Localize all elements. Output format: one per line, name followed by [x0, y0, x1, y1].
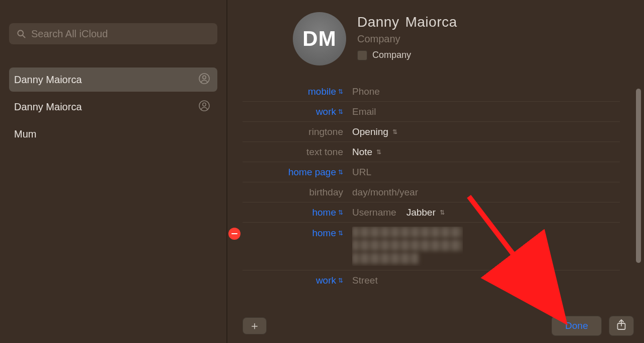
phone-input[interactable]: Phone: [348, 86, 620, 97]
row-homepage: home page⇅ URL: [243, 162, 620, 182]
birthday-input[interactable]: day/month/year: [348, 187, 620, 198]
updown-icon: ⇅: [338, 278, 343, 284]
contact-name: Mum: [14, 128, 36, 140]
birthday-label: birthday: [243, 187, 348, 198]
row-address-home: home⇅: [243, 223, 620, 270]
bottom-toolbar: ＋ Done: [243, 316, 634, 336]
search-input[interactable]: [31, 28, 210, 40]
contact-list-item[interactable]: Danny Maiorca: [9, 95, 217, 119]
row-ringtone: ringtone Opening⇅: [243, 122, 620, 142]
row-email: work⇅ Email: [243, 102, 620, 122]
company-field[interactable]: Company: [357, 33, 457, 45]
texttone-label: text tone: [243, 147, 348, 158]
social-type-select[interactable]: home⇅: [243, 207, 348, 218]
company-checkbox[interactable]: [357, 50, 367, 60]
contact-detail: DM DannyMaiorca Company Company mobile⇅ …: [227, 0, 644, 343]
ringtone-label: ringtone: [243, 126, 348, 138]
address-type-select[interactable]: home⇅: [243, 227, 348, 239]
row-social: home⇅ Username Jabber⇅: [243, 202, 620, 223]
svg-point-3: [203, 76, 206, 79]
updown-icon: ⇅: [392, 129, 397, 135]
service-select[interactable]: Jabber: [407, 207, 436, 218]
company-checkbox-label: Company: [372, 50, 411, 60]
updown-icon: ⇅: [338, 210, 343, 216]
share-button[interactable]: [609, 316, 634, 336]
row-address-work: work⇅ Street: [243, 270, 620, 291]
redacted-address: [352, 227, 463, 266]
add-field-button[interactable]: ＋: [243, 317, 267, 334]
scrollbar[interactable]: [636, 89, 641, 263]
first-name-field[interactable]: Danny: [357, 14, 399, 30]
remove-row-button[interactable]: [228, 228, 240, 240]
texttone-select[interactable]: Note⇅: [348, 147, 620, 158]
ringtone-select[interactable]: Opening⇅: [348, 126, 620, 138]
updown-icon: ⇅: [338, 230, 343, 236]
contact-list-item[interactable]: Danny Maiorca: [9, 67, 217, 92]
email-type-select[interactable]: work⇅: [243, 106, 348, 117]
fields-table: mobile⇅ Phone work⇅ Email ringtone Openi…: [243, 82, 620, 291]
contact-header: DM DannyMaiorca Company Company: [227, 0, 644, 65]
last-name-field[interactable]: Maiorca: [405, 14, 457, 30]
contact-name: Danny Maiorca: [14, 74, 82, 86]
username-input[interactable]: Username: [352, 207, 396, 218]
search-field[interactable]: [9, 23, 217, 44]
updown-icon: ⇅: [338, 109, 343, 115]
row-phone: mobile⇅ Phone: [243, 82, 620, 102]
done-button[interactable]: Done: [551, 316, 602, 336]
contact-list: Danny Maiorca Danny Maiorca Mum: [9, 67, 217, 146]
svg-point-5: [203, 103, 206, 106]
updown-icon: ⇅: [440, 210, 445, 216]
row-birthday: birthday day/month/year: [243, 182, 620, 202]
street-input[interactable]: Street: [348, 275, 620, 286]
email-input[interactable]: Email: [348, 106, 620, 117]
sidebar: Danny Maiorca Danny Maiorca Mum: [0, 0, 227, 343]
address-value[interactable]: [348, 227, 620, 266]
share-icon: [616, 319, 626, 332]
name-row[interactable]: DannyMaiorca: [357, 14, 457, 30]
svg-line-1: [23, 35, 25, 38]
person-circle-icon: [198, 73, 210, 87]
person-circle-icon: [198, 100, 210, 114]
row-texttone: text tone Note⇅: [243, 142, 620, 162]
updown-icon: ⇅: [338, 89, 343, 95]
url-input[interactable]: URL: [348, 167, 620, 178]
updown-icon: ⇅: [338, 169, 343, 175]
avatar[interactable]: DM: [293, 12, 346, 65]
search-icon: [16, 29, 26, 39]
contact-list-item[interactable]: Mum: [9, 122, 217, 146]
homepage-type-select[interactable]: home page⇅: [243, 167, 348, 178]
plus-icon: ＋: [249, 318, 260, 333]
address-type-select[interactable]: work⇅: [243, 275, 348, 286]
contact-name: Danny Maiorca: [14, 101, 82, 113]
phone-type-select[interactable]: mobile⇅: [243, 86, 348, 97]
updown-icon: ⇅: [376, 149, 381, 155]
